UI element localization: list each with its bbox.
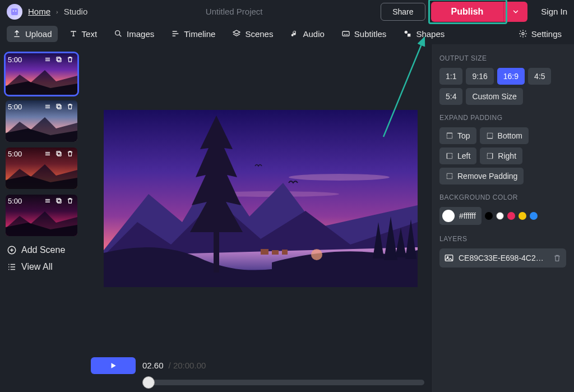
chevron-down-icon: [512, 8, 520, 16]
scene-thumbnail[interactable]: 5:00: [6, 147, 77, 189]
aspect-ratio-5-4[interactable]: 5:4: [439, 88, 462, 105]
subtitles-label: Subtitles: [354, 29, 387, 39]
custom-size-button[interactable]: Custom Size: [466, 88, 522, 105]
scene-reorder-icon[interactable]: [43, 149, 53, 159]
scene-thumbnail[interactable]: 5:00: [6, 53, 77, 95]
timeline-label: Timeline: [184, 29, 215, 39]
scene-delete-icon[interactable]: [65, 102, 75, 112]
svg-point-2: [15, 10, 16, 11]
scene-duration: 5:00: [8, 56, 22, 64]
publish-group: Publish: [431, 2, 528, 22]
subtitles-button[interactable]: Subtitles: [336, 26, 392, 42]
svg-rect-4: [342, 31, 349, 36]
upload-label: Upload: [25, 29, 52, 39]
bg-preset-dots: [485, 212, 538, 220]
svg-rect-15: [58, 153, 61, 156]
scene-thumbnail[interactable]: 5:00: [6, 195, 77, 236]
gear-icon: [519, 29, 527, 38]
svg-rect-31: [487, 133, 492, 138]
svg-rect-9: [58, 58, 61, 62]
text-button[interactable]: Text: [63, 26, 103, 42]
aspect-ratio-1-1[interactable]: 1:1: [439, 68, 462, 85]
svg-rect-24: [214, 228, 219, 273]
layers-label: LAYERS: [439, 235, 566, 243]
timeline-button[interactable]: Timeline: [165, 26, 221, 42]
pad-remove-button[interactable]: Remove Padding: [439, 168, 524, 185]
upload-icon: [12, 29, 21, 38]
svg-rect-33: [447, 153, 452, 158]
scene-duplicate-icon[interactable]: [54, 196, 64, 206]
svg-point-28: [311, 249, 322, 260]
add-scene-button[interactable]: Add Scene: [6, 242, 80, 259]
pad-right-button[interactable]: Right: [480, 147, 522, 164]
settings-button[interactable]: Settings: [513, 26, 567, 42]
scenes-button[interactable]: Scenes: [226, 26, 279, 42]
images-button[interactable]: Images: [108, 26, 160, 42]
svg-rect-35: [488, 153, 493, 158]
scene-delete-icon[interactable]: [65, 54, 75, 64]
bg-color-label: BACKGROUND COLOR: [439, 193, 566, 201]
publish-button[interactable]: Publish: [431, 2, 504, 22]
aspect-ratio-16-9[interactable]: 16:9: [497, 68, 525, 85]
share-button[interactable]: Share: [381, 3, 425, 21]
main-area: 5:00 5:00 5:00: [0, 44, 574, 392]
shapes-button[interactable]: Shapes: [397, 26, 450, 42]
app-logo[interactable]: [7, 4, 22, 20]
signin-link[interactable]: Sign In: [541, 7, 567, 16]
playback-bar: 02.60 / 20:00.00: [84, 353, 431, 392]
scene-duplicate-icon[interactable]: [54, 54, 64, 64]
project-title[interactable]: Untitled Project: [93, 7, 375, 16]
aspect-ratio-9-16[interactable]: 9:16: [466, 68, 493, 85]
scene-duplicate-icon[interactable]: [54, 102, 64, 112]
svg-point-7: [522, 33, 524, 35]
aspect-ratio-4-5[interactable]: 4:5: [528, 68, 551, 85]
scene-reorder-icon[interactable]: [43, 196, 53, 206]
play-button[interactable]: [91, 357, 136, 374]
time-total: 20:00.00: [173, 361, 206, 370]
bg-preset-swatch[interactable]: [485, 212, 493, 220]
image-icon: [444, 253, 454, 263]
bg-preset-swatch[interactable]: [530, 212, 538, 220]
scene-delete-icon[interactable]: [65, 149, 75, 159]
scene-duplicate-icon[interactable]: [54, 149, 64, 159]
layer-item[interactable]: CE89C33E-E698-4C2D-...: [439, 248, 566, 268]
svg-rect-12: [58, 105, 61, 109]
canvas-viewport[interactable]: [84, 44, 431, 353]
scene-thumbnail[interactable]: 5:00: [6, 100, 77, 142]
svg-rect-18: [58, 200, 61, 203]
scene-reorder-icon[interactable]: [43, 102, 53, 112]
scene-delete-icon[interactable]: [65, 196, 75, 206]
pad-top-button[interactable]: Top: [439, 127, 476, 144]
home-link[interactable]: Home: [28, 7, 50, 16]
padding-row: Top Bottom Left Right Remove Padding: [439, 127, 566, 185]
svg-rect-6: [408, 34, 410, 36]
pad-bottom-button[interactable]: Bottom: [480, 127, 529, 144]
scene-reorder-icon[interactable]: [43, 54, 53, 64]
svg-rect-26: [272, 250, 279, 255]
publish-dropdown[interactable]: [503, 2, 527, 22]
output-size-label: OUTPUT SIZE: [439, 54, 566, 62]
bg-preset-swatch[interactable]: [507, 212, 515, 220]
time-display: 02.60 / 20:00.00: [142, 361, 206, 371]
subtitles-icon: [341, 29, 350, 38]
layers-icon: [232, 29, 241, 38]
view-all-button[interactable]: View All: [6, 259, 80, 275]
bg-preset-swatch[interactable]: [519, 212, 526, 220]
bg-color-input[interactable]: #ffffff: [439, 207, 482, 225]
bg-value: #ffffff: [459, 211, 476, 220]
scene-duration: 5:00: [8, 150, 22, 158]
bg-preset-swatch[interactable]: [496, 212, 504, 220]
breadcrumb-separator: ›: [56, 8, 58, 15]
upload-button[interactable]: Upload: [7, 26, 58, 42]
layer-name: CE89C33E-E698-4C2D-...: [459, 253, 548, 262]
bg-color-row: #ffffff: [439, 207, 566, 225]
view-all-label: View All: [21, 262, 53, 272]
pad-left-button[interactable]: Left: [439, 147, 476, 164]
scene-list-panel: 5:00 5:00 5:00: [0, 44, 84, 392]
timeline-track[interactable]: [142, 379, 424, 386]
layer-delete-button[interactable]: [553, 253, 562, 262]
breadcrumb-current: Studio: [64, 7, 88, 16]
properties-panel: OUTPUT SIZE 1:19:1616:94:55:4Custom Size…: [431, 44, 574, 392]
audio-button[interactable]: Audio: [284, 26, 330, 42]
playhead[interactable]: [142, 376, 155, 389]
